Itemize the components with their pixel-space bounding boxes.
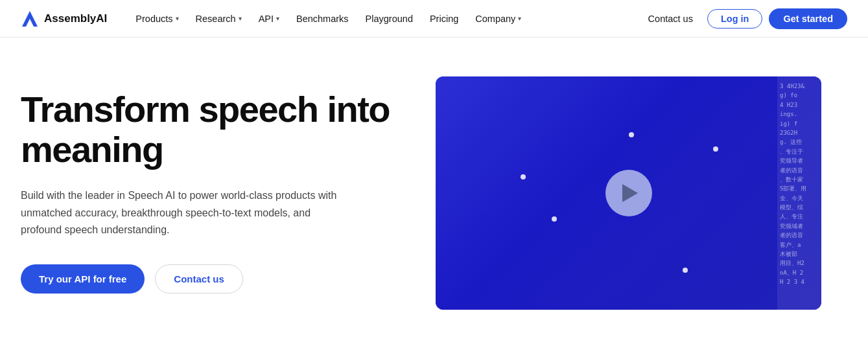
nav-api[interactable]: API ▾ [251, 10, 287, 28]
play-triangle-icon [622, 184, 638, 202]
floating-dot-5 [683, 268, 688, 273]
hero-buttons: Try our API for free Contact us [21, 264, 397, 294]
nav-benchmarks[interactable]: Benchmarks [288, 10, 357, 28]
nav-products[interactable]: Products ▾ [128, 10, 186, 28]
nav-playground[interactable]: Playground [358, 10, 421, 28]
play-button[interactable] [605, 170, 652, 216]
chevron-down-icon: ▾ [239, 15, 242, 22]
nav-company[interactable]: Company ▾ [467, 10, 529, 28]
nav-login-button[interactable]: Log in [707, 9, 763, 29]
chevron-down-icon: ▾ [176, 15, 179, 22]
nav-links: Products ▾ Research ▾ API ▾ Benchmarks P… [128, 10, 640, 28]
floating-dot-4 [713, 146, 718, 152]
video-background: 3 4H23&g) fo4 H23ings.ig) f23G2Hg. 这些、专注… [436, 76, 821, 310]
nav-right: Contact us Log in Get started [640, 8, 847, 29]
nav-contact-button[interactable]: Contact us [640, 10, 701, 28]
chevron-down-icon: ▾ [518, 15, 521, 22]
hero-subtitle: Build with the leader in Speech AI to po… [21, 187, 345, 238]
nav-research[interactable]: Research ▾ [188, 10, 250, 28]
assemblyai-logo-icon [21, 10, 39, 28]
hero-left: Transform speech into meaning Build with… [21, 76, 397, 294]
nav-pricing[interactable]: Pricing [422, 10, 466, 28]
chevron-down-icon: ▾ [276, 15, 279, 22]
try-api-button[interactable]: Try our API for free [21, 264, 145, 294]
svg-marker-0 [22, 11, 38, 27]
hero-section: Transform speech into meaning Build with… [0, 38, 868, 346]
logo-link[interactable]: AssemblyAI [21, 10, 107, 28]
floating-dot-1 [521, 174, 526, 179]
navbar: AssemblyAI Products ▾ Research ▾ API ▾ B… [0, 0, 868, 38]
logo-text: AssemblyAI [44, 12, 107, 25]
nav-get-started-button[interactable]: Get started [769, 8, 847, 29]
hero-title: Transform speech into meaning [21, 89, 397, 169]
floating-dot-3 [552, 216, 557, 222]
floating-dot-2 [629, 132, 634, 137]
video-code-overlay: 3 4H23&g) fo4 H23ings.ig) f23G2Hg. 这些、专注… [777, 76, 821, 310]
hero-video[interactable]: 3 4H23&g) fo4 H23ings.ig) f23G2Hg. 这些、专注… [436, 76, 821, 310]
hero-contact-button[interactable]: Contact us [155, 264, 243, 294]
